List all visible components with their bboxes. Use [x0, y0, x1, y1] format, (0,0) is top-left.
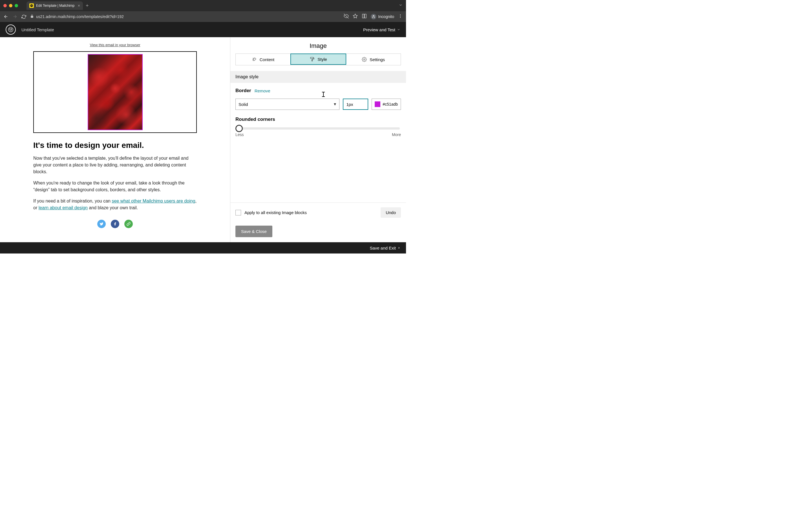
address-bar[interactable]: us21.admin.mailchimp.com/templates/edit?… [30, 14, 340, 19]
svg-rect-4 [364, 14, 366, 18]
menu-icon[interactable] [398, 14, 403, 19]
maximize-window-button[interactable] [15, 4, 18, 7]
workspace: View this email in your browser It's tim… [0, 37, 406, 242]
apply-all-checkbox[interactable] [236, 210, 241, 216]
color-value: #c51adb [383, 102, 398, 107]
svg-rect-3 [362, 14, 364, 18]
pencil-lines-icon [252, 57, 257, 62]
mailchimp-logo-icon[interactable] [6, 24, 16, 35]
new-tab-button[interactable]: + [86, 3, 89, 9]
facebook-icon[interactable] [111, 220, 119, 228]
bottom-bar: Save and Exit [0, 242, 406, 253]
save-close-button[interactable]: Save & Close [236, 226, 272, 237]
chevron-right-icon [398, 246, 400, 249]
svg-point-0 [30, 4, 33, 7]
svg-point-9 [10, 29, 10, 30]
save-and-exit-button[interactable]: Save and Exit [370, 245, 400, 250]
rounded-corners-slider[interactable] [236, 127, 401, 129]
twitter-icon[interactable] [97, 220, 106, 228]
panel-body: Border Remove Solid #c51adb Rounded corn… [231, 83, 406, 203]
tab-close-icon[interactable]: × [78, 3, 80, 8]
svg-point-13 [364, 59, 365, 60]
border-width-input[interactable] [343, 99, 368, 110]
svg-point-8 [8, 27, 13, 32]
border-style-dropdown[interactable]: Solid [236, 99, 340, 110]
email-body: It's time to design your email. Now that… [33, 51, 197, 228]
tab-content[interactable]: Content [236, 54, 291, 65]
apply-all-label: Apply to all existing Image blocks [245, 210, 307, 215]
panel-footer: Apply to all existing Image blocks Undo [231, 203, 406, 222]
svg-rect-11 [310, 57, 313, 59]
email-canvas[interactable]: View this email in your browser It's tim… [0, 37, 231, 242]
tabs-dropdown-icon[interactable] [399, 3, 403, 8]
border-style-select[interactable]: Solid [236, 99, 340, 110]
app-header: Untitled Template Preview and Test [0, 22, 406, 37]
back-button[interactable] [3, 14, 8, 19]
image-block-selected[interactable] [33, 51, 197, 133]
template-name[interactable]: Untitled Template [21, 27, 54, 32]
paint-roller-icon [310, 57, 315, 62]
preview-and-test-dropdown[interactable]: Preview and Test [363, 27, 400, 32]
color-swatch [375, 101, 380, 107]
view-in-browser-link[interactable]: View this email in your browser [0, 43, 230, 47]
svg-point-2 [32, 5, 33, 6]
undo-button[interactable]: Undo [380, 207, 401, 218]
minimize-window-button[interactable] [9, 4, 12, 7]
incognito-icon [371, 14, 376, 19]
panel-tabs: Content Style Settings [236, 54, 401, 65]
email-paragraph-1[interactable]: Now that you've selected a template, you… [33, 155, 197, 175]
eye-off-icon[interactable] [344, 13, 349, 20]
slider-track[interactable] [237, 127, 400, 129]
incognito-indicator[interactable]: Incognito [371, 14, 394, 19]
url-text: us21.admin.mailchimp.com/templates/edit?… [36, 14, 124, 19]
tab-style[interactable]: Style [290, 54, 346, 65]
flowers-image[interactable] [88, 54, 143, 130]
link-users-doing[interactable]: see what other Mailchimp users are doing [112, 199, 195, 203]
border-color-picker[interactable]: #c51adb [371, 99, 401, 110]
close-window-button[interactable] [3, 4, 7, 7]
email-paragraph-3[interactable]: If you need a bit of inspiration, you ca… [33, 198, 197, 211]
slider-less-label: Less [236, 132, 244, 137]
chevron-down-icon [397, 28, 400, 31]
reload-button[interactable] [21, 14, 26, 19]
gear-icon [362, 57, 367, 62]
svg-point-7 [400, 17, 401, 18]
bookmark-icon[interactable] [353, 13, 358, 20]
window-titlebar: Edit Template | Mailchimp × + [0, 0, 406, 11]
svg-rect-12 [312, 60, 313, 61]
svg-point-6 [400, 16, 401, 17]
browser-toolbar: us21.admin.mailchimp.com/templates/edit?… [0, 11, 406, 22]
email-paragraph-2[interactable]: When you're ready to change the look of … [33, 180, 197, 193]
favicon-icon [29, 3, 34, 8]
style-panel: Image Content Style Settings Image style… [231, 37, 406, 242]
rounded-corners-label: Rounded corners [236, 117, 401, 122]
link-email-design[interactable]: learn about email design [39, 205, 88, 210]
browser-tab[interactable]: Edit Template | Mailchimp × [27, 1, 83, 10]
link-icon[interactable] [124, 220, 133, 228]
forward-button[interactable] [12, 14, 17, 19]
remove-border-link[interactable]: Remove [255, 89, 270, 93]
tab-title: Edit Template | Mailchimp [36, 4, 75, 8]
window-controls [3, 4, 18, 7]
toolbar-right: Incognito [344, 13, 403, 20]
slider-handle[interactable] [236, 125, 243, 132]
extensions-icon[interactable] [362, 13, 367, 20]
social-icons [33, 220, 197, 228]
email-heading[interactable]: It's time to design your email. [33, 141, 197, 150]
border-label: Border [236, 88, 251, 94]
tab-settings[interactable]: Settings [346, 54, 401, 65]
panel-title: Image [231, 37, 406, 54]
lock-icon [30, 14, 34, 19]
slider-more-label: More [392, 132, 401, 137]
svg-point-10 [11, 29, 12, 30]
svg-point-1 [31, 5, 32, 6]
incognito-label: Incognito [378, 14, 394, 19]
svg-point-5 [400, 14, 401, 15]
section-header: Image style [231, 71, 406, 83]
